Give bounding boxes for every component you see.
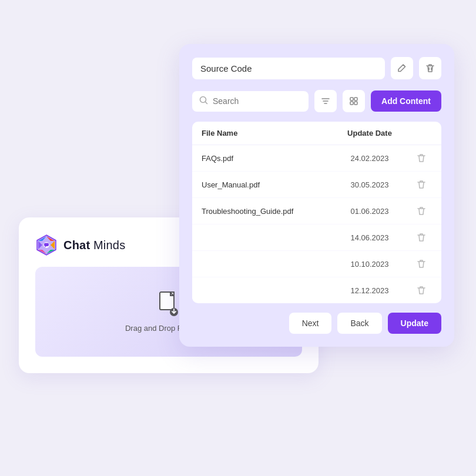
- search-wrapper: [192, 91, 309, 112]
- grid-icon: [349, 96, 358, 106]
- date-cell: 24.02.2023: [328, 154, 411, 163]
- source-code-input[interactable]: [192, 58, 385, 79]
- date-cell: 12.12.2023: [328, 286, 411, 295]
- table-row: FAQs.pdf 24.02.2023: [192, 145, 441, 172]
- action-cell: [411, 178, 432, 191]
- svg-rect-17: [354, 102, 357, 105]
- table-row: Troubleshooting_Guide.pdf 01.06.2023: [192, 198, 441, 224]
- delete-row-btn[interactable]: [415, 152, 428, 165]
- delete-row-btn[interactable]: [415, 178, 428, 191]
- delete-row-btn[interactable]: [415, 284, 428, 297]
- delete-row-btn[interactable]: [415, 205, 428, 217]
- col-header-date: Update Date: [328, 129, 411, 138]
- svg-rect-16: [350, 102, 353, 105]
- file-name-cell: Troubleshooting_Guide.pdf: [202, 207, 328, 216]
- date-cell: 30.05.2023: [328, 180, 411, 189]
- bottom-nav-row: Next Back Update: [192, 313, 441, 334]
- source-code-row: [192, 57, 441, 79]
- action-cell: [411, 205, 432, 217]
- file-table: File Name Update Date FAQs.pdf 24.02.202…: [192, 122, 441, 303]
- svg-rect-9: [44, 243, 49, 247]
- table-row: 10.10.2023: [192, 251, 441, 277]
- table-row: 12.12.2023: [192, 277, 441, 303]
- search-input[interactable]: [213, 96, 301, 106]
- svg-rect-14: [350, 98, 353, 100]
- delete-source-btn[interactable]: [419, 57, 441, 79]
- action-cell: [411, 152, 432, 165]
- trash-icon: [416, 179, 427, 190]
- edit-icon-btn[interactable]: [391, 57, 413, 79]
- svg-rect-15: [354, 98, 357, 100]
- back-button[interactable]: Back: [337, 313, 381, 334]
- date-cell: 14.06.2023: [328, 233, 411, 242]
- trash-icon: [416, 206, 427, 216]
- filter-btn[interactable]: [314, 90, 337, 112]
- main-panel: Add Content File Name Update Date FAQs.p…: [179, 44, 454, 347]
- action-cell: [411, 257, 432, 270]
- trash-icon: [416, 259, 427, 269]
- toolbar-row: Add Content: [192, 90, 441, 112]
- col-header-file: File Name: [202, 129, 328, 138]
- search-icon: [199, 96, 208, 107]
- next-button[interactable]: Next: [289, 313, 332, 334]
- file-upload-icon: [157, 291, 180, 319]
- table-header: File Name Update Date: [192, 122, 441, 145]
- table-row: User_Manual.pdf 30.05.2023: [192, 172, 441, 198]
- file-name-cell: FAQs.pdf: [202, 154, 328, 163]
- trash-icon: [416, 232, 427, 243]
- trash-icon: [416, 285, 427, 296]
- delete-row-btn[interactable]: [415, 231, 428, 244]
- table-row: 14.06.2023: [192, 224, 441, 251]
- add-content-button[interactable]: Add Content: [371, 90, 441, 112]
- date-cell: 10.10.2023: [328, 260, 411, 269]
- delete-row-btn[interactable]: [415, 257, 428, 270]
- date-cell: 01.06.2023: [328, 207, 411, 216]
- update-button[interactable]: Update: [388, 313, 441, 334]
- chat-minds-brand-title: Chat Minds: [63, 239, 125, 252]
- trash-icon: [425, 63, 435, 73]
- file-name-cell: User_Manual.pdf: [202, 180, 328, 189]
- filter-icon: [321, 96, 330, 106]
- trash-icon: [416, 153, 427, 163]
- edit-icon: [397, 63, 407, 73]
- chat-minds-logo-icon: [35, 234, 58, 256]
- grid-btn[interactable]: [343, 90, 365, 112]
- action-cell: [411, 284, 432, 297]
- action-cell: [411, 231, 432, 244]
